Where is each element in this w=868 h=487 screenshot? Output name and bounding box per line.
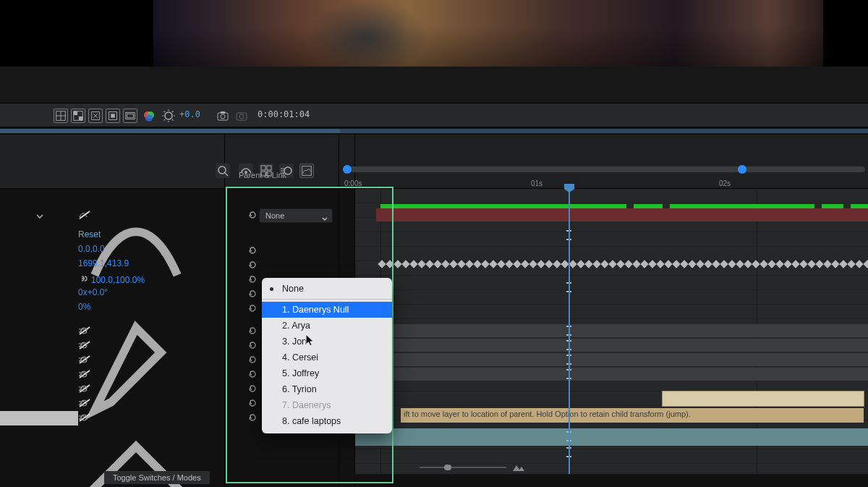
keyframe-icon[interactable] bbox=[823, 260, 831, 268]
keyframe-icon[interactable] bbox=[545, 260, 553, 268]
keyframe-icon[interactable] bbox=[529, 260, 537, 268]
keyframe-icon[interactable] bbox=[736, 260, 744, 268]
parent-dropdown[interactable]: None bbox=[259, 208, 333, 223]
motion-blur-switch-icon[interactable] bbox=[78, 398, 88, 408]
layer-bar[interactable] bbox=[376, 353, 868, 366]
keyframe-icon[interactable] bbox=[457, 260, 465, 268]
keyframe-icon[interactable] bbox=[624, 260, 632, 268]
pickwhip-icon[interactable] bbox=[243, 287, 256, 300]
pickwhip-icon[interactable] bbox=[243, 302, 256, 315]
transparency-grid-icon[interactable] bbox=[71, 109, 85, 123]
keyframe-icon[interactable] bbox=[417, 260, 425, 268]
navigator-end-handle[interactable] bbox=[738, 165, 746, 174]
keyframe-icon[interactable] bbox=[425, 260, 433, 268]
keyframe-icon[interactable] bbox=[760, 260, 767, 268]
mountain-icon[interactable] bbox=[512, 462, 525, 473]
keyframe-icon[interactable] bbox=[680, 260, 688, 268]
keyframe-icon[interactable] bbox=[847, 260, 855, 268]
menu-item[interactable]: 3. Jon bbox=[262, 334, 392, 350]
position-value[interactable]: 1699.1,413.9 bbox=[78, 258, 129, 268]
pickwhip-icon[interactable] bbox=[243, 382, 256, 395]
toggle-switches-modes[interactable]: Toggle Switches / Modes bbox=[104, 471, 210, 484]
keyframe-icon[interactable] bbox=[600, 260, 608, 268]
keyframe-icon[interactable] bbox=[584, 260, 592, 268]
keyframe-icon[interactable] bbox=[855, 260, 863, 268]
motion-blur-switch-icon[interactable] bbox=[78, 412, 88, 423]
keyframe-icon[interactable] bbox=[656, 260, 664, 268]
keyframe-track[interactable] bbox=[354, 258, 868, 270]
keyframe-icon[interactable] bbox=[553, 260, 561, 268]
solo-switch-icon[interactable] bbox=[78, 210, 91, 220]
keyframe-icon[interactable] bbox=[807, 260, 815, 268]
layer-bar[interactable] bbox=[376, 368, 868, 381]
exposure-icon[interactable] bbox=[161, 108, 176, 124]
reset-link[interactable]: Reset bbox=[78, 229, 101, 240]
menu-item[interactable]: 1. Daenerys Null bbox=[262, 302, 392, 318]
mask-icon[interactable] bbox=[88, 109, 103, 123]
keyframe-icon[interactable] bbox=[608, 260, 616, 268]
zoom-slider[interactable] bbox=[420, 465, 506, 470]
keyframe-icon[interactable] bbox=[783, 260, 791, 268]
keyframe-icon[interactable] bbox=[696, 260, 704, 268]
keyframe-icon[interactable] bbox=[521, 260, 529, 268]
keyframe-icon[interactable] bbox=[576, 260, 584, 268]
scale-value[interactable]: 100.0,100.0% bbox=[91, 275, 145, 285]
search-icon[interactable] bbox=[216, 164, 230, 178]
menu-item[interactable]: 5. Joffrey bbox=[262, 365, 392, 381]
show-snapshot-icon[interactable] bbox=[234, 109, 249, 123]
motion-blur-switch-icon[interactable] bbox=[78, 369, 88, 379]
timeline[interactable]: ift to move layer to location of parent.… bbox=[354, 188, 868, 474]
keyframe-icon[interactable] bbox=[712, 260, 720, 268]
keyframe-icon[interactable] bbox=[704, 260, 712, 268]
keyframe-icon[interactable] bbox=[489, 260, 497, 268]
pickwhip-icon[interactable] bbox=[243, 244, 256, 257]
keyframe-icon[interactable] bbox=[632, 260, 640, 268]
keyframe-icon[interactable] bbox=[791, 260, 799, 268]
keyframe-icon[interactable] bbox=[720, 260, 728, 268]
work-area-bar[interactable] bbox=[0, 129, 868, 133]
keyframe-icon[interactable] bbox=[378, 260, 386, 268]
grid-tool-icon[interactable] bbox=[54, 109, 68, 123]
keyframe-icon[interactable] bbox=[386, 260, 393, 268]
keyframe-icon[interactable] bbox=[863, 260, 868, 268]
layer-bar[interactable] bbox=[662, 391, 864, 407]
keyframe-icon[interactable] bbox=[688, 260, 696, 268]
pickwhip-icon[interactable] bbox=[243, 397, 256, 410]
keyframe-icon[interactable] bbox=[537, 260, 545, 268]
menu-item[interactable]: 8. cafe laptops bbox=[262, 413, 392, 429]
keyframe-icon[interactable] bbox=[767, 260, 775, 268]
current-time[interactable]: 0:00:01:04 bbox=[258, 109, 310, 119]
layer-bar[interactable] bbox=[354, 428, 868, 446]
keyframe-icon[interactable] bbox=[569, 260, 576, 268]
keyframe-icon[interactable] bbox=[473, 260, 481, 268]
pickwhip-icon[interactable] bbox=[243, 339, 256, 352]
keyframe-icon[interactable] bbox=[409, 260, 417, 268]
menu-item[interactable]: 2. Arya bbox=[262, 318, 392, 334]
parent-dropdown-menu[interactable]: None 1. Daenerys Null2. Arya3. Jon4. Cer… bbox=[262, 278, 392, 433]
keyframe-icon[interactable] bbox=[752, 260, 760, 268]
keyframe-icon[interactable] bbox=[839, 260, 847, 268]
composition-preview[interactable] bbox=[153, 0, 823, 67]
keyframe-icon[interactable] bbox=[775, 260, 783, 268]
keyframe-icon[interactable] bbox=[449, 260, 457, 268]
keyframe-icon[interactable] bbox=[561, 260, 569, 268]
keyframe-icon[interactable] bbox=[433, 260, 441, 268]
time-ruler[interactable]: 0:00s 01s 02s bbox=[340, 159, 868, 188]
keyframe-icon[interactable] bbox=[497, 260, 505, 268]
snapshot-icon[interactable] bbox=[216, 109, 230, 123]
keyframe-icon[interactable] bbox=[441, 260, 449, 268]
keyframe-icon[interactable] bbox=[815, 260, 823, 268]
keyframe-icon[interactable] bbox=[799, 260, 807, 268]
navigator-start-handle[interactable] bbox=[343, 165, 352, 174]
chevron-down-icon[interactable] bbox=[35, 211, 45, 221]
menu-item-none[interactable]: None bbox=[262, 281, 392, 297]
motion-blur-switch-icon[interactable] bbox=[78, 355, 88, 365]
motion-blur-switch-icon[interactable] bbox=[78, 340, 88, 350]
motion-blur-switch-icon[interactable] bbox=[78, 326, 88, 336]
graph-editor-icon[interactable] bbox=[299, 164, 314, 178]
pickwhip-icon[interactable] bbox=[243, 324, 256, 337]
motion-blur-switch-icon[interactable] bbox=[78, 384, 88, 394]
keyframe-icon[interactable] bbox=[616, 260, 624, 268]
layer-bar[interactable] bbox=[376, 208, 868, 221]
anchor-point-value[interactable]: 0.0,0.0 bbox=[78, 244, 105, 254]
